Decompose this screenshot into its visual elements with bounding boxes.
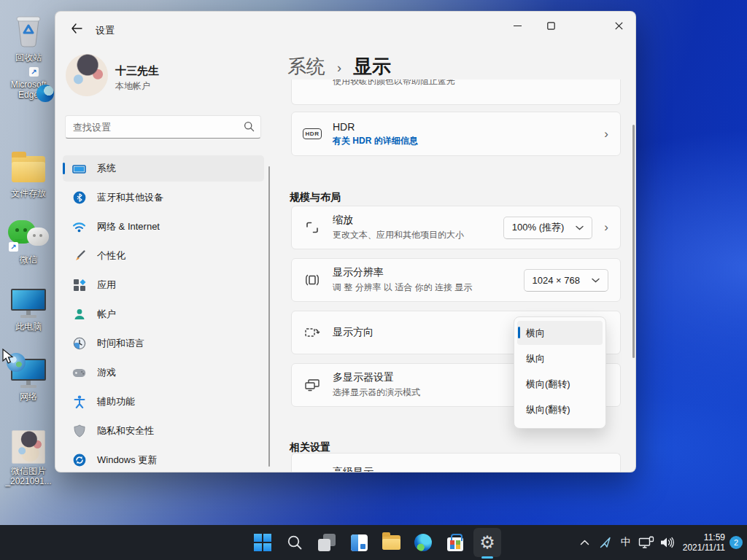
tray-clock[interactable]: 11:59 2021/11/11: [683, 532, 725, 553]
sidebar-item-accessibility[interactable]: 辅助功能: [63, 389, 264, 415]
tray-chevron-up-icon[interactable]: [575, 525, 595, 560]
accessibility-icon: [72, 395, 86, 409]
edge-button[interactable]: [407, 525, 439, 560]
network-icon: [11, 359, 46, 389]
title-bar: 设置: [55, 12, 635, 47]
settings-window: 设置 十三先生 本地帐户 系统: [55, 11, 636, 472]
sidebar-item-label: Windows 更新: [97, 454, 157, 467]
folder-icon: [12, 156, 45, 182]
orientation-icon: [303, 325, 321, 340]
image-thumbnail-icon: [12, 430, 45, 464]
breadcrumb-parent[interactable]: 系统: [287, 54, 325, 79]
desktop-icon-folder[interactable]: 文件存放: [0, 152, 57, 198]
scale-card[interactable]: 缩放 更改文本、应用和其他项目的大小 100% (推荐) ›: [291, 206, 621, 249]
desktop-icon-wechat[interactable]: ↗ 微信: [0, 217, 57, 265]
desktop-icon-label: 微信: [20, 254, 37, 265]
start-button[interactable]: [247, 525, 279, 560]
maximize-button[interactable]: [534, 12, 568, 39]
sidebar-item-label: 时间和语言: [97, 337, 144, 350]
store-button[interactable]: [439, 525, 471, 560]
sidebar-item-label: 个性化: [97, 249, 125, 262]
desktop-icon-wechat-image[interactable]: 微信图片_2021091...: [0, 430, 57, 486]
option-portrait[interactable]: 纵向: [517, 346, 603, 370]
sidebar-item-gaming[interactable]: 游戏: [63, 359, 264, 386]
close-button[interactable]: [602, 12, 635, 39]
clock-icon: [72, 337, 86, 351]
tray-network-icon[interactable]: [636, 525, 657, 560]
sidebar-item-bluetooth-devices[interactable]: 蓝牙和其他设备: [63, 184, 264, 211]
file-explorer-button[interactable]: [375, 525, 407, 560]
hdr-link[interactable]: 有关 HDR 的详细信息: [333, 135, 418, 147]
desktop-icon-label: 文件存放: [11, 188, 46, 198]
search-input[interactable]: [65, 115, 261, 139]
desktop-icon-label: 微信图片_2021091...: [5, 466, 51, 486]
tray-stylus-icon[interactable]: [595, 525, 616, 560]
update-icon: [72, 454, 86, 467]
sidebar-item-privacy-security[interactable]: 隐私和安全性: [63, 418, 264, 444]
resolution-card[interactable]: 显示分辨率 调 整 分辨率 以 适合 你的 连接 显示 747 × 560: [291, 258, 621, 302]
edge-icon: [414, 534, 432, 551]
task-view-button[interactable]: [311, 525, 343, 560]
sidebar-item-time-language[interactable]: 时间和语言: [63, 330, 264, 357]
desktop-icon-label: 此电脑: [15, 322, 42, 332]
gamepad-icon: [72, 366, 86, 380]
option-portrait-flipped[interactable]: 纵向(翻转): [517, 397, 603, 421]
chevron-right-icon: ›: [604, 127, 608, 141]
resolution-value: 747 × 560: [533, 275, 580, 286]
recycle-bin-icon: [12, 14, 44, 50]
sidebar-item-accounts[interactable]: 帐户: [63, 301, 264, 327]
tray-date: 2021/11/11: [683, 542, 725, 553]
option-landscape[interactable]: 横向: [517, 321, 603, 345]
multi-monitor-icon: [303, 378, 321, 392]
widgets-button[interactable]: [343, 525, 375, 560]
sidebar-item-network-internet[interactable]: 网络 & Internet: [63, 214, 264, 240]
breadcrumb-current: 显示: [353, 54, 391, 79]
hdr-card[interactable]: HDR HDR 有关 HDR 的详细信息 ›: [291, 112, 621, 156]
advanced-display-title: 高级显示: [333, 466, 374, 472]
shield-icon: [72, 424, 86, 438]
profile-name: 十三先生: [115, 64, 159, 78]
resolution-dropdown[interactable]: 747 × 560: [524, 269, 608, 292]
desktop-wallpaper: 回收站 ↗ MicrosoftEdge 文件存放 ↗ 微信 此电脑: [0, 0, 747, 560]
sidebar-item-system[interactable]: 系统: [63, 155, 264, 182]
option-landscape-flipped[interactable]: 横向(翻转): [517, 372, 603, 396]
desktop-icon-edge[interactable]: ↗ MicrosoftEdge: [0, 77, 57, 100]
notification-badge[interactable]: 2: [729, 536, 743, 549]
wechat-icon: ↗: [8, 217, 49, 252]
back-button[interactable]: [64, 18, 89, 39]
orientation-title: 显示方向: [333, 326, 374, 339]
taskbar-search-button[interactable]: [279, 525, 311, 560]
desktop-icon-label: 网络: [20, 392, 37, 402]
advanced-display-card-partial[interactable]: 高级显示: [291, 453, 621, 472]
search-icon: [287, 534, 303, 551]
avatar[interactable]: [66, 54, 108, 96]
brush-icon: [72, 249, 86, 263]
sidebar-item-label: 应用: [97, 279, 116, 292]
scale-title: 缩放: [333, 214, 464, 227]
sidebar-item-windows-update[interactable]: Windows 更新: [63, 447, 264, 472]
sidebar-item-label: 辅助功能: [97, 395, 135, 408]
desktop-icon-recycle-bin[interactable]: 回收站: [0, 14, 57, 63]
system-icon: [72, 162, 86, 176]
sidebar-item-personalization[interactable]: 个性化: [63, 243, 264, 269]
minimize-button[interactable]: [500, 12, 534, 39]
resolution-title: 显示分辨率: [333, 266, 472, 279]
this-pc-icon: [11, 289, 46, 319]
scale-subtitle: 更改文本、应用和其他项目的大小: [333, 229, 464, 241]
sidebar-item-apps[interactable]: 应用: [63, 272, 264, 298]
tray-ime-indicator[interactable]: 中: [616, 525, 636, 560]
sidebar-item-label: 隐私和安全性: [97, 424, 154, 438]
wifi-icon: [72, 220, 86, 234]
scale-dropdown[interactable]: 100% (推荐): [503, 217, 593, 239]
settings-button[interactable]: ⚙: [471, 525, 503, 560]
night-light-card-partial[interactable]: 使用较暖的颜色以帮助阻止蓝光: [291, 79, 621, 105]
content-scrollbar[interactable]: [632, 125, 635, 358]
sidebar-item-label: 帐户: [97, 308, 116, 321]
shortcut-arrow-icon: ↗: [29, 67, 39, 77]
hdr-icon: HDR: [303, 128, 321, 139]
tray-volume-icon[interactable]: [657, 525, 677, 560]
taskbar: ⚙ 中 11:59 2021/11/11 2: [0, 525, 747, 560]
sidebar-scrollbar[interactable]: [268, 166, 270, 467]
gear-icon: ⚙: [479, 534, 495, 551]
desktop-icon-this-pc[interactable]: 此电脑: [0, 289, 57, 332]
